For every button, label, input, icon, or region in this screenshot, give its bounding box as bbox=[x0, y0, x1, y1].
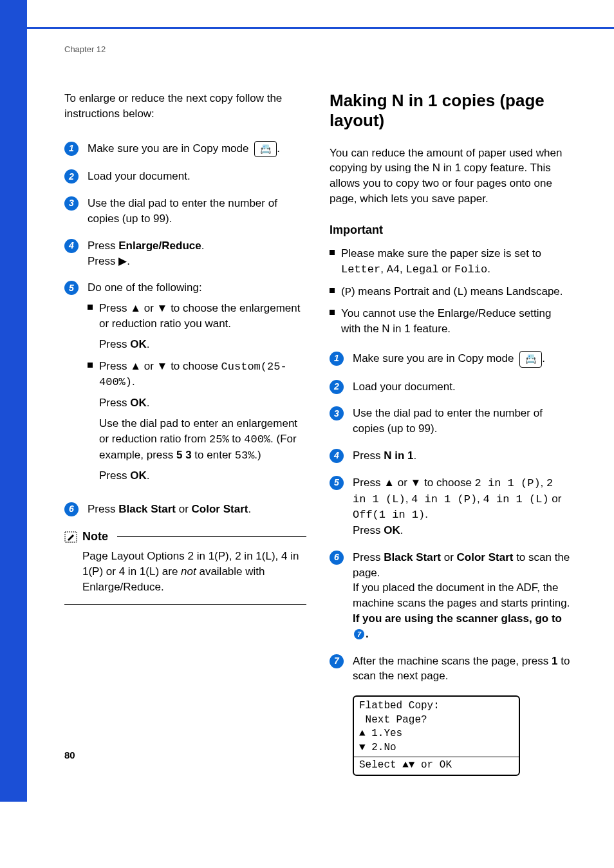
lcd-line: Select ▲▼ or OK bbox=[359, 759, 514, 773]
lcd-line: ▼ 2.No bbox=[359, 741, 514, 755]
sub-bullet: Please make sure the paper size is set t… bbox=[330, 246, 572, 278]
step-bullet-4: 4 bbox=[330, 449, 344, 463]
section-intro: You can reduce the amount of paper used … bbox=[330, 146, 572, 207]
step-3: 3 Use the dial pad to enter the number o… bbox=[330, 406, 572, 437]
step-2: 2 Load your document. bbox=[64, 169, 306, 184]
step-1: 1 Make sure you are in Copy mode 📇. bbox=[330, 351, 572, 368]
step-4: 4 Press N in 1. bbox=[330, 448, 572, 464]
lcd-display: Flatbed Copy: Next Page? ▲ 1.Yes ▼ 2.No … bbox=[353, 695, 520, 776]
note-header: Note bbox=[64, 529, 306, 545]
step-3: 3 Use the dial pad to enter the number o… bbox=[64, 196, 306, 227]
lcd-line: Next Page? bbox=[359, 713, 514, 728]
important-list: Please make sure the paper size is set t… bbox=[330, 246, 572, 337]
step-bullet-1: 1 bbox=[330, 352, 344, 366]
note-pencil-icon bbox=[64, 531, 77, 543]
left-step-list: 1 Make sure you are in Copy mode 📇. 2 Lo… bbox=[64, 141, 306, 517]
left-accent-bar bbox=[0, 0, 27, 802]
sub-bullet-list: Press ▲ or ▼ to choose the enlargement o… bbox=[88, 301, 306, 484]
square-bullet-icon bbox=[88, 305, 93, 310]
step-bullet-3: 3 bbox=[64, 196, 79, 211]
note-text: Page Layout Options 2 in 1(P), 2 in 1(L)… bbox=[64, 549, 306, 594]
note-hr bbox=[117, 536, 306, 537]
sub-bullet: You cannot use the Enlarge/Reduce settin… bbox=[330, 306, 572, 337]
right-step-list: 1 Make sure you are in Copy mode 📇. 2 Lo… bbox=[330, 351, 572, 684]
right-column: Making N in 1 copies (page layout) You c… bbox=[330, 91, 572, 776]
section-heading: Making N in 1 copies (page layout) bbox=[330, 91, 572, 131]
copy-mode-icon: 📇 bbox=[254, 141, 277, 158]
sub-bullet: Press ▲ or ▼ to choose the enlargement o… bbox=[88, 301, 306, 352]
step-1: 1 Make sure you are in Copy mode 📇. bbox=[64, 141, 306, 158]
two-column-layout: To enlarge or reduce the next copy follo… bbox=[64, 91, 572, 776]
top-accent-bar bbox=[27, 27, 614, 29]
step-bullet-6: 6 bbox=[64, 502, 79, 516]
step-body: Use the dial pad to enter the number of … bbox=[88, 196, 306, 227]
step-bullet-7: 7 bbox=[330, 654, 344, 668]
step-body: Make sure you are in Copy mode 📇. bbox=[88, 141, 306, 158]
step-bullet-6: 6 bbox=[330, 551, 344, 565]
chapter-label: Chapter 12 bbox=[64, 44, 572, 55]
left-intro: To enlarge or reduce the next copy follo… bbox=[64, 91, 306, 122]
sub-bullet: Press ▲ or ▼ to choose Custom(25-400%). … bbox=[88, 359, 306, 484]
step-ref-7-icon: 7 bbox=[354, 629, 364, 639]
step-6: 6 Press Black Start or Color Start to sc… bbox=[330, 550, 572, 642]
step-bullet-1: 1 bbox=[64, 142, 79, 156]
copy-mode-icon: 📇 bbox=[519, 351, 542, 368]
step-2: 2 Load your document. bbox=[330, 379, 572, 395]
page-number: 80 bbox=[64, 748, 75, 762]
step-body: Press Enlarge/Reduce. Press ▶. bbox=[88, 238, 306, 269]
left-column: To enlarge or reduce the next copy follo… bbox=[64, 91, 306, 776]
step-bullet-4: 4 bbox=[64, 239, 79, 253]
step-bullet-2: 2 bbox=[64, 169, 79, 184]
note-block: Note Page Layout Options 2 in 1(P), 2 in… bbox=[64, 529, 306, 605]
step-text: Make sure you are in Copy mode bbox=[88, 142, 252, 155]
page-content: Chapter 12 To enlarge or reduce the next… bbox=[0, 0, 614, 802]
step-5: 5 Do one of the following: Press ▲ or ▼ … bbox=[64, 280, 306, 490]
step-bullet-3: 3 bbox=[330, 406, 344, 420]
step-7: 7 After the machine scans the page, pres… bbox=[330, 654, 572, 684]
step-bullet-5: 5 bbox=[64, 281, 79, 295]
important-heading: Important bbox=[330, 222, 572, 238]
lcd-line: ▲ 1.Yes bbox=[359, 727, 514, 741]
lcd-bottom: Select ▲▼ or OK bbox=[354, 757, 519, 775]
square-bullet-icon bbox=[330, 250, 335, 255]
step-body: Load your document. bbox=[88, 169, 306, 184]
note-title: Note bbox=[82, 529, 108, 545]
lcd-line: Flatbed Copy: bbox=[359, 699, 514, 713]
step-bullet-5: 5 bbox=[330, 476, 344, 490]
step-4: 4 Press Enlarge/Reduce. Press ▶. bbox=[64, 238, 306, 269]
step-bullet-2: 2 bbox=[330, 380, 344, 394]
lcd-top: Flatbed Copy: Next Page? ▲ 1.Yes ▼ 2.No bbox=[354, 697, 519, 757]
sub-bullet: (P) means Portrait and (L) means Landsca… bbox=[330, 284, 572, 300]
note-bottom-hr bbox=[64, 604, 306, 605]
square-bullet-icon bbox=[330, 288, 335, 293]
step-6: 6 Press Black Start or Color Start. bbox=[64, 502, 306, 517]
step-body: Press Black Start or Color Start. bbox=[88, 502, 306, 517]
step-body: Do one of the following: Press ▲ or ▼ to… bbox=[88, 280, 306, 490]
step-5: 5 Press ▲ or ▼ to choose 2 in 1 (P), 2 i… bbox=[330, 475, 572, 538]
square-bullet-icon bbox=[88, 363, 93, 368]
square-bullet-icon bbox=[330, 310, 335, 315]
